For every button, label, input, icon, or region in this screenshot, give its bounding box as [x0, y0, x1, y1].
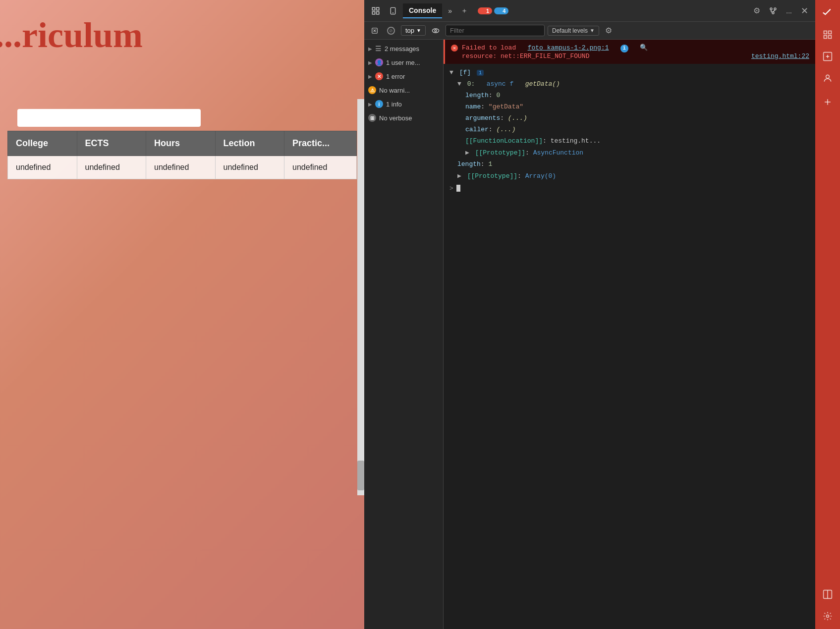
sidebar-error-item[interactable]: ▶ ✕ 1 error — [364, 69, 443, 83]
chevron-right-icon: » — [448, 7, 452, 15]
error-text-content: Failed to load foto_kampus-1-2.png:1 i 🔍… — [462, 44, 809, 60]
search-bar[interactable] — [17, 109, 201, 127]
vscode-add-icon[interactable] — [819, 93, 837, 111]
fn-location-key: [[FunctionLocation]]: testing.ht... — [465, 137, 601, 145]
expand-item0-arrow[interactable]: ▼ — [457, 80, 461, 88]
col-hours: Hours — [146, 131, 216, 156]
cell-practic: undefined — [284, 156, 357, 179]
svg-rect-2 — [372, 11, 375, 14]
length-1-key: length: 1 — [457, 160, 492, 168]
more-tabs-button[interactable]: » — [445, 5, 455, 17]
cursor[interactable] — [456, 185, 460, 192]
caller-key: caller: (...) — [465, 126, 515, 133]
sidebar-messages-item[interactable]: ▶ ☰ 2 messages — [364, 42, 443, 55]
svg-point-29 — [827, 615, 829, 618]
svg-rect-3 — [377, 11, 379, 14]
svg-point-6 — [770, 8, 772, 10]
error-file-link[interactable]: foto_kampus-1-2.png:1 — [528, 44, 609, 52]
col-practic: Practic... — [284, 131, 357, 156]
inspect-button[interactable] — [368, 4, 383, 17]
warning-label: No warni... — [379, 87, 410, 94]
svg-rect-17 — [824, 31, 827, 34]
item-0-async: async f — [487, 80, 514, 88]
sidebar-user-item[interactable]: ▶ 👤 1 user me... — [364, 55, 443, 69]
scrollbar-thumb[interactable] — [357, 461, 364, 490]
expand-proto-array-arrow[interactable]: ▶ — [457, 172, 461, 180]
array-badge: 1 — [477, 70, 484, 76]
messages-label: 2 messages — [385, 45, 419, 52]
console-sidebar: ▶ ☰ 2 messages ▶ 👤 1 user me... ▶ ✕ 1 er… — [364, 40, 444, 629]
device-button[interactable] — [386, 4, 400, 17]
chevron-down-icon-2: ▼ — [590, 28, 595, 33]
add-tab-button[interactable]: ＋ — [458, 4, 471, 17]
filter-settings-button[interactable]: ⚙ — [602, 24, 615, 37]
length-0-row: length: 0 — [444, 90, 815, 101]
default-levels-button[interactable]: Default levels ▼ — [548, 26, 599, 36]
warning-icon: ⚠ — [368, 86, 376, 94]
user-label: 1 user me... — [386, 59, 420, 66]
vscode-logo-icon[interactable] — [819, 4, 837, 22]
settings-button[interactable]: ⚙ — [750, 4, 763, 17]
devtools-main: Console » ＋ 1 4 ⚙ — [364, 0, 815, 629]
cell-ects: undefined — [77, 156, 146, 179]
sidebar-verbose-item[interactable]: ⊞ No verbose — [364, 111, 443, 125]
sidebar-info-item[interactable]: ▶ i 1 info — [364, 97, 443, 111]
table-row: undefined undefined undefined undefined … — [8, 156, 357, 179]
vscode-account-icon[interactable] — [819, 69, 837, 87]
svg-rect-20 — [829, 36, 832, 39]
vscode-source-control-icon[interactable] — [819, 48, 837, 65]
expand-root-arrow[interactable]: ▼ — [449, 69, 453, 76]
branch-button[interactable] — [766, 5, 780, 17]
list-icon: ☰ — [375, 45, 382, 52]
info-icon: i — [375, 100, 383, 108]
expand-proto-arrow[interactable]: ▶ — [465, 149, 469, 157]
eye-button[interactable] — [429, 26, 443, 36]
expand-user-arrow: ▶ — [368, 60, 372, 65]
circle-slash-icon: ⊘ — [387, 27, 395, 35]
vscode-settings-icon[interactable] — [819, 607, 837, 625]
console-tab[interactable]: Console — [403, 3, 442, 18]
svg-point-16 — [435, 30, 437, 32]
more-options-button[interactable]: ... — [783, 5, 795, 17]
prototype-async-row: ▶ [[Prototype]]: AsyncFunction — [444, 147, 815, 158]
top-label: top — [405, 27, 414, 34]
no-errors-button[interactable]: ⊘ — [384, 25, 398, 37]
svg-line-11 — [773, 10, 775, 12]
svg-rect-0 — [372, 7, 375, 10]
caller-row: caller: (...) — [444, 124, 815, 135]
fn-location-link[interactable]: testing.ht... — [551, 137, 601, 145]
page-scrollbar[interactable] — [357, 99, 364, 495]
prototype-array-row: ▶ [[Prototype]]: Array(0) — [444, 170, 815, 182]
line-ref-link[interactable]: testing.html:22 — [751, 52, 809, 60]
prototype-array-key: [[Prototype]] — [467, 172, 517, 180]
item-0-name: getData() — [525, 80, 560, 88]
cell-lection: undefined — [215, 156, 284, 179]
devtools-filter-bar: ⊘ top ▼ Default levels ▼ ⚙ — [364, 22, 815, 40]
prototype-async-val: AsyncFunction — [533, 149, 583, 157]
name-key: name: "getData" — [465, 103, 523, 110]
console-object-root: ▼ [f] 1 — [444, 67, 815, 78]
vscode-split-icon[interactable] — [819, 585, 837, 603]
close-devtools-button[interactable]: ✕ — [798, 3, 811, 18]
info-button[interactable]: i — [620, 45, 628, 52]
arguments-key: arguments: (...) — [465, 114, 527, 122]
expand-messages-arrow: ▶ — [368, 46, 372, 52]
context-selector[interactable]: top ▼ — [401, 25, 426, 36]
table-container: College ECTS Hours Lection Practic... un… — [0, 109, 364, 179]
fn-location-row: [[FunctionLocation]]: testing.ht... — [444, 135, 815, 147]
item-0-index: 0: — [467, 80, 475, 88]
webpage-content: ...riculum College ECTS Hours Lection Pr… — [0, 0, 364, 629]
warning-dot — [497, 9, 501, 13]
vscode-explorer-icon[interactable] — [819, 26, 837, 44]
plus-icon: ＋ — [461, 6, 468, 15]
console-prompt: > — [444, 182, 815, 195]
error-message: ✕ Failed to load foto_kampus-1-2.png:1 i… — [444, 40, 815, 64]
sidebar-warning-item[interactable]: ⚠ No warni... — [364, 83, 443, 97]
vscode-sidebar — [815, 0, 840, 629]
verbose-label: No verbose — [379, 114, 412, 122]
clear-console-button[interactable] — [368, 25, 381, 36]
arguments-row: arguments: (...) — [444, 112, 815, 124]
filter-input[interactable] — [446, 25, 545, 36]
page-title: ...riculum — [0, 15, 143, 56]
search-icon[interactable]: 🔍 — [640, 44, 648, 52]
